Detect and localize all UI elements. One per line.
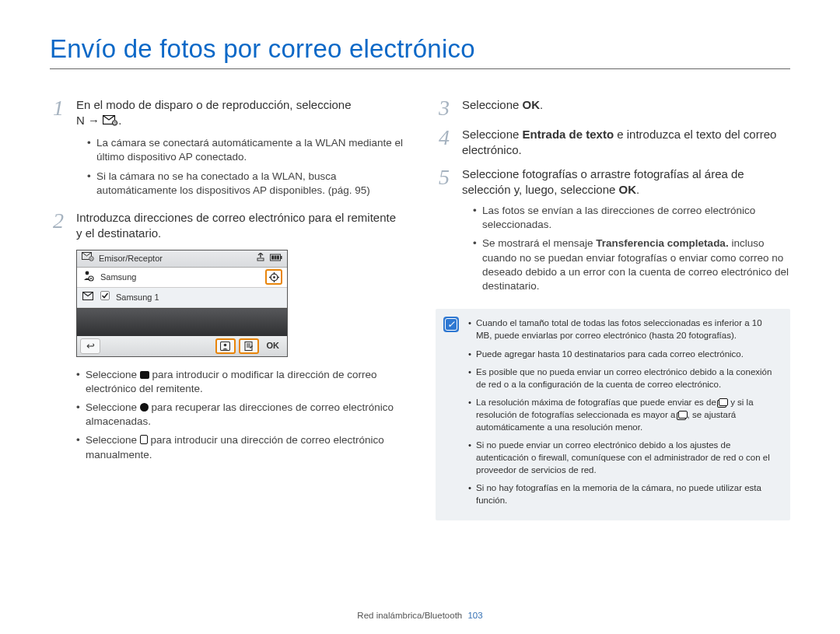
svg-rect-6 [257, 258, 264, 261]
step5-a: Seleccione fotografías o arrastre fotogr… [462, 167, 744, 196]
svg-rect-9 [275, 255, 277, 259]
settings-button-highlight[interactable] [265, 269, 282, 285]
note-item: La resolución máxima de fotografías que … [468, 396, 779, 433]
step4-b: Entrada de texto [523, 128, 614, 141]
info-icon: ✓ [443, 317, 459, 332]
screenshot-row-sender: Samsung [77, 268, 287, 288]
page-footer: Red inalámbrica/Bluetooth 103 [0, 611, 840, 620]
step3-a: Seleccione [462, 98, 523, 111]
addressbook-button-highlight[interactable] [215, 338, 236, 354]
title-rule [50, 68, 790, 69]
step5-bullet: Se mostrará el mensaje Transferencia com… [473, 236, 790, 293]
screenshot-row-recipient: Samsung 1 [77, 288, 287, 308]
page-title: Envío de fotos por correo electrónico [50, 34, 790, 64]
step-number-3: 3 [436, 97, 453, 119]
step1-text: En el modo de disparo o de reproducción,… [76, 98, 352, 111]
screenshot-footer: ↩ OK [77, 336, 287, 356]
step-number-1: 1 [50, 97, 67, 202]
step5-c: . [636, 183, 639, 196]
step3-ok: OK [523, 98, 541, 111]
resolution-icon [719, 398, 728, 406]
step-number-4: 4 [436, 127, 453, 159]
step1-n: N [76, 114, 85, 127]
step-5: 5 Seleccione fotografías o arrastre foto… [436, 166, 790, 299]
signal-icon [256, 253, 265, 264]
left-column: 1 En el modo de disparo o de reproducció… [50, 97, 404, 520]
step2-text: Introduzca direcciones de correo electró… [76, 210, 404, 242]
footer-page-number: 103 [467, 611, 482, 620]
note-item: Cuando el tamaño total de todas las foto… [468, 317, 779, 342]
footer-section: Red inalámbrica/Bluetooth [357, 611, 462, 620]
check-icon [100, 291, 110, 303]
resolution-icon [678, 411, 688, 419]
svg-rect-25 [245, 342, 252, 350]
svg-text:@: @ [89, 257, 93, 261]
battery-icon [270, 253, 282, 264]
step1-dot: . [118, 114, 121, 127]
screenshot-title: Emisor/Receptor [99, 253, 163, 264]
edit-glyph-icon [140, 435, 148, 444]
step-number-5: 5 [436, 166, 453, 299]
step-2: 2 Introduzca direcciones de correo elect… [50, 210, 404, 242]
step-number-2: 2 [50, 210, 67, 242]
svg-rect-10 [277, 255, 279, 259]
edit-button-highlight[interactable] [239, 338, 259, 354]
note-item: Puede agregar hasta 10 destinatarios par… [468, 348, 779, 360]
step5-bullet: Las fotos se envían a las direcciones de… [473, 204, 790, 232]
email-icon: @ [103, 115, 118, 130]
info-note: ✓ Cuando el tamaño total de todas las fo… [436, 309, 790, 520]
back-button[interactable]: ↩ [80, 338, 100, 354]
svg-point-14 [90, 278, 92, 279]
step-4: 4 Seleccione Entrada de texto e introduz… [436, 127, 790, 159]
row-recipient-label: Samsung 1 [116, 292, 159, 303]
svg-point-16 [273, 276, 275, 278]
svg-point-24 [224, 343, 227, 346]
arrow-icon: → [88, 114, 100, 127]
content-columns: 1 En el modo de disparo o de reproducció… [50, 97, 790, 520]
envelope-icon [82, 292, 94, 303]
after-ss-bullet: Seleccione para introducir o modificar l… [76, 368, 404, 396]
step5-ok: OK [619, 183, 637, 196]
svg-rect-22 [101, 292, 110, 300]
screenshot-header: @ Emisor/Receptor [77, 250, 287, 268]
svg-rect-11 [281, 256, 282, 259]
after-ss-bullet: Seleccione para recuperar las direccione… [76, 401, 404, 429]
row-sender-label: Samsung [100, 271, 136, 283]
note-item: Si no puede enviar un correo electrónico… [468, 439, 779, 476]
step1-bullet: La cámara se conectará automáticamente a… [87, 136, 404, 164]
after-ss-bullet: Seleccione para introducir una dirección… [76, 433, 404, 461]
camera-screenshot: @ Emisor/Receptor Samsung [76, 250, 288, 357]
gear-glyph-icon [140, 371, 149, 379]
svg-text:@: @ [113, 121, 117, 125]
addressbook-glyph-icon [140, 403, 149, 412]
screenshot-empty-area [77, 308, 287, 336]
step-3: 3 Seleccione OK. [436, 97, 790, 119]
step4-a: Seleccione [462, 128, 523, 141]
ok-button[interactable]: OK [262, 340, 285, 352]
svg-rect-8 [271, 255, 274, 259]
step-1: 1 En el modo de disparo o de reproducció… [50, 97, 404, 202]
mail-at-icon: @ [82, 252, 94, 264]
right-column: 3 Seleccione OK. 4 Seleccione Entrada de… [436, 97, 790, 520]
step1-bullet: Si la cámara no se ha conectado a la WLA… [87, 170, 404, 198]
person-gear-icon [82, 270, 94, 285]
note-item: Es posible que no pueda enviar un correo… [468, 366, 779, 391]
svg-point-12 [85, 271, 89, 275]
step3-c: . [540, 98, 543, 111]
note-item: Si no hay fotografías en la memoria de l… [468, 482, 779, 506]
